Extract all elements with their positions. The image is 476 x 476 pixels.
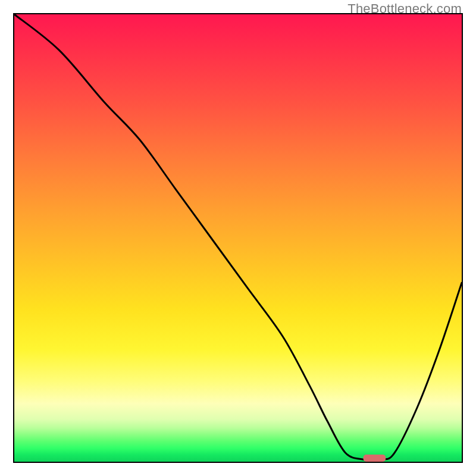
- chart-container: [13, 13, 463, 463]
- optimal-marker: [364, 455, 386, 462]
- bottleneck-curve-line: [14, 14, 462, 461]
- chart-svg: [14, 14, 462, 462]
